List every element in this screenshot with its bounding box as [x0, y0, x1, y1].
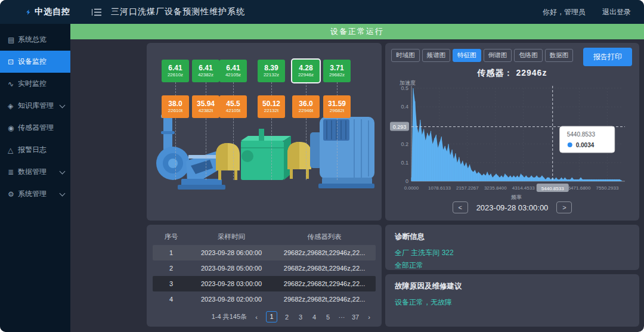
vibration-badge-42382z[interactable]: 6.4142382z [192, 60, 219, 82]
column-header: 传感器列表 [273, 232, 376, 241]
analysis-panel: 时域图频谱图特征图倒谱图包络图数据图 报告打印 传感器： 22946z 00.1… [385, 43, 639, 221]
badge-sensor-id: 22946t [299, 108, 313, 114]
collapse-menu-icon[interactable] [92, 8, 101, 16]
sidebar-item-数据管理[interactable]: ≣数据管理 [0, 161, 70, 183]
temperature-badge-42105t[interactable]: 45.542105t [219, 95, 247, 118]
page-button-5[interactable]: 5 [324, 314, 332, 321]
status-banner-text: 设备正常运行 [330, 26, 384, 37]
svg-text:3235.8400: 3235.8400 [484, 185, 507, 191]
sidebar-item-报警日志[interactable]: △报警日志 [0, 139, 70, 161]
fault-advice-title: 故障原因及维修建议 [395, 281, 630, 291]
svg-text:5440.8533: 5440.8533 [567, 131, 596, 138]
svg-text:0.2: 0.2 [401, 141, 408, 147]
data-manage-icon: ≣ [8, 168, 18, 176]
page-button-1[interactable]: 1 [266, 311, 277, 322]
badge-value: 31.59 [328, 100, 346, 108]
diagnosis-panel: 诊断信息 全厂 主洗车间 322 全部正常 [385, 225, 639, 270]
page-button-37[interactable]: 37 [351, 314, 360, 321]
column-header: 序号 [153, 232, 190, 241]
badge-sensor-id: 22132z [264, 72, 279, 78]
overview-icon: ▤ [8, 36, 18, 44]
chevron-down-icon [60, 102, 66, 108]
table-row[interactable]: 12023-09-28 06:00:0029682z,29682t,22946z… [153, 245, 376, 260]
temperature-badge-22610t[interactable]: 38.022610t [162, 95, 189, 118]
sidebar-item-设备监控[interactable]: ⊡设备监控 [0, 51, 70, 73]
logo: 中选自控 [0, 7, 70, 18]
logout-link[interactable]: 退出登录 [602, 7, 631, 17]
badge-value: 3.71 [330, 64, 343, 72]
sidebar-item-label: 传感器管理 [18, 123, 54, 133]
app-title: 三河口洗煤厂设备预测性维护系统 [111, 7, 245, 17]
svg-text:2157.2267: 2157.2267 [456, 185, 479, 191]
prev-date-button[interactable]: < [453, 201, 468, 213]
temperature-badge-42382t[interactable]: 35.9442382t [192, 95, 219, 118]
tab-数据图[interactable]: 数据图 [545, 49, 574, 62]
table-row[interactable]: 32023-09-28 03:00:0029682z,29682t,22946z… [153, 276, 376, 291]
fault-advice-text: 设备正常，无故障 [395, 296, 630, 309]
svg-text:0.4: 0.4 [401, 104, 408, 110]
sidebar-item-传感器管理[interactable]: ◉传感器管理 [0, 117, 70, 139]
diagnosis-location[interactable]: 全厂 主洗车间 322 [395, 247, 630, 259]
sensor-manage-icon: ◉ [8, 124, 18, 132]
badge-sensor-id: 29682t [330, 108, 344, 114]
svg-text:0.0034: 0.0034 [576, 142, 595, 148]
sidebar-item-label: 实时监控 [18, 79, 47, 89]
device-monitor-icon: ⊡ [8, 58, 18, 66]
sidebar-item-系统总览[interactable]: ▤系统总览 [0, 29, 70, 51]
table-row[interactable]: 22023-09-28 05:00:0029682z,29682t,22946z… [153, 260, 376, 276]
svg-text:0.0000: 0.0000 [404, 185, 419, 191]
prev-page-button[interactable]: ‹ [252, 314, 261, 321]
temperature-badge-22946t[interactable]: 36.022946t [292, 95, 320, 118]
vibration-badge-29682z[interactable]: 3.7129682z [323, 60, 351, 82]
tab-包络图[interactable]: 包络图 [514, 49, 543, 62]
vibration-badge-22946z[interactable]: 4.2822946z [292, 60, 320, 82]
date-navigator: < 2023-09-28 03:00:00 > [385, 201, 639, 213]
svg-text:0.293: 0.293 [393, 124, 407, 130]
cell-index: 1 [153, 249, 190, 256]
temperature-badge-29682t[interactable]: 31.5929682t [323, 95, 351, 118]
badge-sensor-id: 29682z [329, 72, 345, 78]
tab-倒谱图[interactable]: 倒谱图 [484, 49, 512, 62]
svg-text:0.1: 0.1 [401, 160, 408, 166]
badge-sensor-id: 22132t [264, 108, 278, 114]
lightning-logo-icon [26, 7, 30, 18]
print-report-button[interactable]: 报告打印 [583, 48, 632, 66]
cell-index: 3 [153, 280, 190, 287]
sidebar-item-知识库管理[interactable]: ◈知识库管理 [0, 95, 70, 117]
page-button-3[interactable]: 3 [296, 314, 305, 321]
svg-text:6471.6800: 6471.6800 [568, 185, 591, 191]
page-button-2[interactable]: 2 [283, 314, 291, 321]
next-page-button[interactable]: › [365, 314, 373, 321]
sidebar-item-label: 系统总览 [18, 35, 47, 45]
vibration-badge-22610z[interactable]: 6.4122610z [162, 60, 189, 82]
pagination-summary: 1-4 共145条 [212, 312, 247, 321]
user-greeting[interactable]: 你好，管理员 [543, 7, 586, 17]
status-banner: 设备正常运行 [70, 24, 644, 39]
cell-index: 4 [153, 296, 190, 303]
sidebar-item-label: 系统管理 [18, 189, 47, 199]
tab-时域图[interactable]: 时域图 [391, 49, 420, 62]
next-date-button[interactable]: > [556, 201, 572, 213]
table-row[interactable]: 42023-09-28 02:00:0029682z,29682t,22946z… [153, 291, 376, 307]
tab-特征图[interactable]: 特征图 [453, 49, 481, 62]
cell-sensor-list: 29682z,29682t,22946z,22... [273, 296, 376, 303]
badge-sensor-id: 22946z [298, 72, 314, 78]
samples-table: 序号采样时间传感器列表12023-09-28 06:00:0029682z,29… [153, 228, 376, 307]
vibration-badge-22132z[interactable]: 8.3922132z [258, 60, 285, 82]
alarm-log-icon: △ [8, 146, 18, 154]
sidebar-item-实时监控[interactable]: ∿实时监控 [0, 73, 70, 95]
pagination: 1-4 共145条‹12345···37› [153, 311, 376, 322]
badge-sensor-id: 42382t [199, 108, 213, 114]
badge-value: 6.41 [226, 64, 240, 72]
badge-sensor-id: 42105t [226, 108, 240, 114]
sensor-chart-title: 传感器： 22946z [385, 68, 639, 79]
sidebar-item-系统管理[interactable]: ⚙系统管理 [0, 183, 70, 205]
diagnosis-title: 诊断信息 [395, 232, 630, 242]
page-button-4[interactable]: 4 [310, 314, 318, 321]
temperature-badge-22132t[interactable]: 50.1222132t [258, 95, 285, 118]
chevron-down-icon [60, 190, 66, 196]
tab-频谱图[interactable]: 频谱图 [422, 49, 451, 62]
table-header-row: 序号采样时间传感器列表 [153, 228, 376, 245]
badge-value: 6.41 [168, 64, 182, 72]
vibration-badge-42105z[interactable]: 6.4142105z [219, 60, 247, 82]
